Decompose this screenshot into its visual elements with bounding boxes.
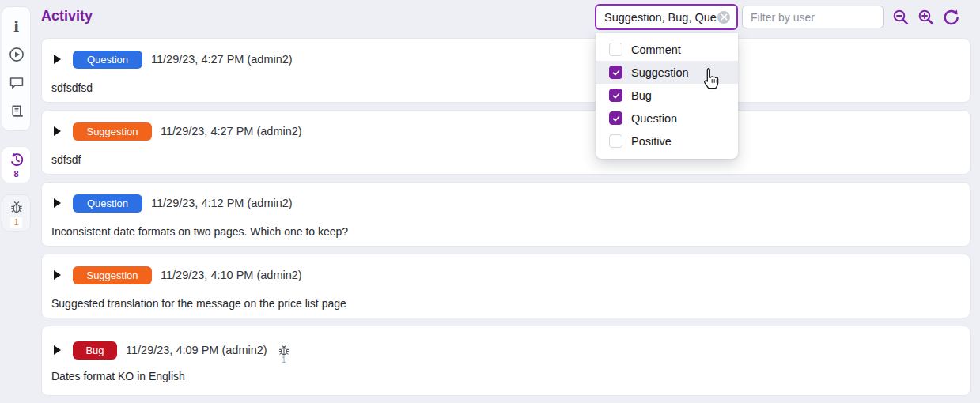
checkbox-unchecked[interactable] [609,43,622,56]
card-body-text: Inconsistent date formats on two pages. … [51,225,960,238]
dropdown-option-positive[interactable]: Positive [596,130,738,153]
option-label: Bug [631,89,652,102]
type-filter-dropdown: Comment Suggestion Bug Question Positive [596,33,738,159]
expand-caret-icon[interactable] [54,198,61,208]
history-count-badge: 8 [13,170,18,179]
timestamp: 11/29/23, 4:10 PM (admin2) [161,269,302,281]
dropdown-option-question[interactable]: Question [596,107,738,130]
activity-card: Bug 11/29/23, 4:09 PM (admin2) 1 Dates f… [41,326,971,396]
timestamp: 11/29/23, 4:12 PM (admin2) [151,197,293,209]
bug-count-number: 1 [282,356,286,364]
bug-icon [8,198,25,216]
card-bug-counter: 1 [278,344,290,364]
expand-caret-icon[interactable] [54,55,61,64]
play-circle-icon[interactable] [8,46,25,63]
card-body-text: Dates format KO in English [51,370,960,382]
checkbox-checked[interactable] [609,66,622,79]
card-body-text: sdfsdfsd [51,81,960,94]
info-icon[interactable]: i [8,17,25,35]
dropdown-option-bug[interactable]: Bug [596,84,738,107]
expand-caret-icon[interactable] [54,345,61,355]
type-badge: Question [73,194,142,213]
type-badge: Suggestion [73,122,152,141]
zoom-out-magnifier-icon[interactable] [892,9,910,26]
option-label: Positive [631,135,672,148]
refresh-icon[interactable] [943,9,960,26]
type-badge: Bug [73,341,117,360]
type-badge: Suggestion [73,266,152,284]
bug-icon [278,344,290,356]
type-filter-input[interactable] [604,11,717,24]
expand-caret-icon[interactable] [54,270,61,280]
dropdown-option-suggestion[interactable]: Suggestion [596,61,738,84]
card-body-text: sdfsdf [51,153,960,166]
clear-filter-icon[interactable] [717,11,730,24]
option-label: Suggestion [631,66,689,79]
activity-panel: i 8 1 [0,0,980,403]
dropdown-option-comment[interactable]: Comment [596,38,738,61]
timestamp: 11/29/23, 4:27 PM (admin2) [161,125,302,137]
bug-count-badge: 1 [10,217,21,228]
checkbox-checked[interactable] [609,89,622,102]
option-label: Comment [631,43,681,56]
sidebar-item-history[interactable]: 8 [2,146,31,183]
zoom-in-magnifier-icon[interactable] [918,9,935,26]
card-body-text: Suggested translation for the message on… [51,297,960,310]
type-filter-combobox[interactable] [595,4,738,30]
sidebar-item-bugs[interactable]: 1 [2,194,31,232]
sidebar-tool-group: i [2,6,31,131]
timestamp: 11/29/23, 4:27 PM (admin2) [151,53,293,66]
activity-card: Question 11/29/23, 4:27 PM (admin2) sdfs… [41,38,971,103]
checkbox-unchecked[interactable] [609,134,622,148]
user-filter-input[interactable] [751,6,875,28]
history-clock-icon [8,151,25,168]
script-scroll-icon[interactable] [8,103,25,120]
checkbox-checked[interactable] [609,111,622,125]
page-title: Activity [41,8,93,24]
activity-card: Question 11/29/23, 4:12 PM (admin2) Inco… [41,182,971,247]
activity-card: Suggestion 11/29/23, 4:10 PM (admin2) Su… [41,254,971,318]
timestamp: 11/29/23, 4:09 PM (admin2) [126,344,267,356]
option-label: Question [631,112,677,125]
comment-bubble-icon[interactable] [8,74,25,92]
activity-card: Suggestion 11/29/23, 4:27 PM (admin2) sd… [41,110,971,175]
type-badge: Question [73,51,142,69]
expand-caret-icon[interactable] [54,126,61,136]
user-filter-field[interactable] [742,6,884,28]
